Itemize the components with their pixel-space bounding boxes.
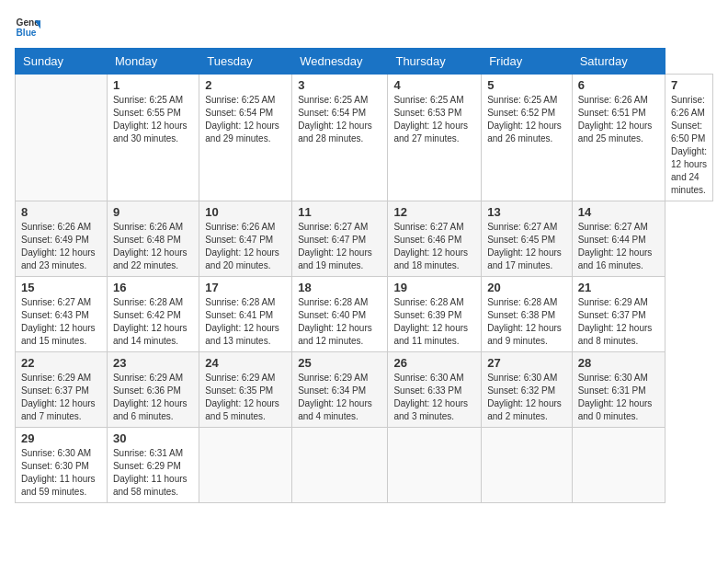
day-number: 27 bbox=[487, 356, 566, 370]
svg-text:Blue: Blue bbox=[17, 28, 37, 38]
day-number: 6 bbox=[578, 78, 659, 92]
calendar-cell: 12Sunrise: 6:27 AMSunset: 6:46 PMDayligh… bbox=[388, 201, 482, 277]
day-number: 9 bbox=[113, 205, 193, 219]
day-info: Sunrise: 6:27 AMSunset: 6:44 PMDaylight:… bbox=[578, 221, 659, 272]
calendar-cell: 14Sunrise: 6:27 AMSunset: 6:44 PMDayligh… bbox=[572, 201, 665, 277]
calendar-cell bbox=[199, 428, 292, 503]
day-info: Sunrise: 6:25 AMSunset: 6:52 PMDaylight:… bbox=[487, 94, 566, 145]
calendar-cell: 5Sunrise: 6:25 AMSunset: 6:52 PMDaylight… bbox=[482, 75, 573, 201]
day-number: 24 bbox=[205, 356, 286, 370]
day-number: 30 bbox=[113, 431, 193, 445]
day-info: Sunrise: 6:26 AMSunset: 6:47 PMDaylight:… bbox=[205, 221, 286, 272]
day-number: 3 bbox=[298, 78, 381, 92]
day-number: 12 bbox=[393, 205, 475, 219]
day-number: 23 bbox=[113, 356, 193, 370]
calendar-cell: 24Sunrise: 6:29 AMSunset: 6:35 PMDayligh… bbox=[199, 352, 292, 428]
header-cell-monday: Monday bbox=[107, 49, 199, 75]
day-info: Sunrise: 6:28 AMSunset: 6:39 PMDaylight:… bbox=[393, 296, 475, 348]
day-number: 2 bbox=[205, 78, 286, 92]
calendar-cell bbox=[572, 428, 665, 503]
day-info: Sunrise: 6:27 AMSunset: 6:43 PMDaylight:… bbox=[21, 296, 101, 348]
day-info: Sunrise: 6:28 AMSunset: 6:42 PMDaylight:… bbox=[113, 296, 193, 348]
day-info: Sunrise: 6:26 AMSunset: 6:49 PMDaylight:… bbox=[21, 221, 101, 272]
calendar-cell bbox=[482, 428, 573, 503]
day-info: Sunrise: 6:25 AMSunset: 6:54 PMDaylight:… bbox=[205, 94, 286, 145]
day-number: 11 bbox=[298, 205, 381, 219]
day-info: Sunrise: 6:25 AMSunset: 6:54 PMDaylight:… bbox=[298, 94, 381, 145]
day-info: Sunrise: 6:30 AMSunset: 6:30 PMDaylight:… bbox=[21, 447, 101, 499]
calendar-cell: 16Sunrise: 6:28 AMSunset: 6:42 PMDayligh… bbox=[107, 277, 199, 352]
day-number: 13 bbox=[487, 205, 566, 219]
calendar-cell: 28Sunrise: 6:30 AMSunset: 6:31 PMDayligh… bbox=[572, 352, 665, 428]
day-number: 15 bbox=[21, 281, 101, 294]
day-info: Sunrise: 6:29 AMSunset: 6:34 PMDaylight:… bbox=[298, 372, 381, 423]
calendar-cell: 13Sunrise: 6:27 AMSunset: 6:45 PMDayligh… bbox=[482, 201, 573, 277]
day-info: Sunrise: 6:27 AMSunset: 6:45 PMDaylight:… bbox=[487, 221, 566, 272]
calendar-cell: 20Sunrise: 6:28 AMSunset: 6:38 PMDayligh… bbox=[482, 277, 573, 352]
day-number: 29 bbox=[21, 431, 101, 445]
calendar-cell: 17Sunrise: 6:28 AMSunset: 6:41 PMDayligh… bbox=[199, 277, 292, 352]
calendar-cell: 18Sunrise: 6:28 AMSunset: 6:40 PMDayligh… bbox=[292, 277, 388, 352]
day-number: 4 bbox=[393, 78, 475, 92]
header-cell-wednesday: Wednesday bbox=[292, 49, 388, 75]
day-info: Sunrise: 6:28 AMSunset: 6:40 PMDaylight:… bbox=[298, 296, 381, 348]
day-number: 8 bbox=[21, 205, 101, 219]
calendar-cell bbox=[388, 428, 482, 503]
calendar-body: 1Sunrise: 6:25 AMSunset: 6:55 PMDaylight… bbox=[16, 75, 713, 503]
day-number: 25 bbox=[298, 356, 381, 370]
logo-icon: General Blue bbox=[15, 15, 40, 40]
calendar-cell: 21Sunrise: 6:29 AMSunset: 6:37 PMDayligh… bbox=[572, 277, 665, 352]
week-row-1: 1Sunrise: 6:25 AMSunset: 6:55 PMDaylight… bbox=[16, 75, 713, 201]
calendar-cell: 11Sunrise: 6:27 AMSunset: 6:47 PMDayligh… bbox=[292, 201, 388, 277]
day-info: Sunrise: 6:29 AMSunset: 6:35 PMDaylight:… bbox=[205, 372, 286, 423]
calendar-header: SundayMondayTuesdayWednesdayThursdayFrid… bbox=[16, 49, 713, 75]
day-number: 17 bbox=[205, 281, 286, 294]
calendar-cell: 23Sunrise: 6:29 AMSunset: 6:36 PMDayligh… bbox=[107, 352, 199, 428]
calendar-cell: 4Sunrise: 6:25 AMSunset: 6:53 PMDaylight… bbox=[388, 75, 482, 201]
header-row: SundayMondayTuesdayWednesdayThursdayFrid… bbox=[16, 49, 713, 75]
day-number: 18 bbox=[298, 281, 381, 294]
day-number: 26 bbox=[393, 356, 475, 370]
calendar-cell: 10Sunrise: 6:26 AMSunset: 6:47 PMDayligh… bbox=[199, 201, 292, 277]
calendar-table: SundayMondayTuesdayWednesdayThursdayFrid… bbox=[15, 48, 713, 503]
calendar-cell: 27Sunrise: 6:30 AMSunset: 6:32 PMDayligh… bbox=[482, 352, 573, 428]
page-header: General Blue bbox=[15, 15, 713, 40]
calendar-cell bbox=[16, 75, 108, 201]
calendar-cell: 29Sunrise: 6:30 AMSunset: 6:30 PMDayligh… bbox=[16, 428, 108, 503]
logo: General Blue bbox=[15, 15, 44, 40]
calendar-cell: 1Sunrise: 6:25 AMSunset: 6:55 PMDaylight… bbox=[107, 75, 199, 201]
day-info: Sunrise: 6:29 AMSunset: 6:37 PMDaylight:… bbox=[578, 296, 659, 348]
calendar-cell: 8Sunrise: 6:26 AMSunset: 6:49 PMDaylight… bbox=[16, 201, 108, 277]
day-number: 14 bbox=[578, 205, 659, 219]
day-info: Sunrise: 6:29 AMSunset: 6:37 PMDaylight:… bbox=[21, 372, 101, 423]
day-number: 16 bbox=[113, 281, 193, 294]
day-info: Sunrise: 6:26 AMSunset: 6:48 PMDaylight:… bbox=[113, 221, 193, 272]
calendar-cell: 2Sunrise: 6:25 AMSunset: 6:54 PMDaylight… bbox=[199, 75, 292, 201]
calendar-cell: 7Sunrise: 6:26 AMSunset: 6:50 PMDaylight… bbox=[665, 75, 713, 201]
calendar-cell: 15Sunrise: 6:27 AMSunset: 6:43 PMDayligh… bbox=[16, 277, 108, 352]
day-info: Sunrise: 6:28 AMSunset: 6:41 PMDaylight:… bbox=[205, 296, 286, 348]
week-row-5: 29Sunrise: 6:30 AMSunset: 6:30 PMDayligh… bbox=[16, 428, 713, 503]
day-number: 10 bbox=[205, 205, 286, 219]
day-info: Sunrise: 6:27 AMSunset: 6:46 PMDaylight:… bbox=[393, 221, 475, 272]
week-row-4: 22Sunrise: 6:29 AMSunset: 6:37 PMDayligh… bbox=[16, 352, 713, 428]
calendar-cell: 6Sunrise: 6:26 AMSunset: 6:51 PMDaylight… bbox=[572, 75, 665, 201]
day-info: Sunrise: 6:27 AMSunset: 6:47 PMDaylight:… bbox=[298, 221, 381, 272]
day-number: 1 bbox=[113, 78, 193, 92]
calendar-cell bbox=[292, 428, 388, 503]
day-number: 21 bbox=[578, 281, 659, 294]
header-cell-sunday: Sunday bbox=[16, 49, 108, 75]
calendar-cell: 9Sunrise: 6:26 AMSunset: 6:48 PMDaylight… bbox=[107, 201, 199, 277]
calendar-cell: 3Sunrise: 6:25 AMSunset: 6:54 PMDaylight… bbox=[292, 75, 388, 201]
day-info: Sunrise: 6:30 AMSunset: 6:31 PMDaylight:… bbox=[578, 372, 659, 423]
week-row-2: 8Sunrise: 6:26 AMSunset: 6:49 PMDaylight… bbox=[16, 201, 713, 277]
calendar-cell: 25Sunrise: 6:29 AMSunset: 6:34 PMDayligh… bbox=[292, 352, 388, 428]
day-info: Sunrise: 6:30 AMSunset: 6:32 PMDaylight:… bbox=[487, 372, 566, 423]
day-info: Sunrise: 6:26 AMSunset: 6:50 PMDaylight:… bbox=[671, 94, 707, 197]
header-cell-thursday: Thursday bbox=[388, 49, 482, 75]
day-info: Sunrise: 6:25 AMSunset: 6:53 PMDaylight:… bbox=[393, 94, 475, 145]
day-number: 5 bbox=[487, 78, 566, 92]
day-number: 7 bbox=[671, 78, 707, 92]
day-number: 28 bbox=[578, 356, 659, 370]
day-info: Sunrise: 6:29 AMSunset: 6:36 PMDaylight:… bbox=[113, 372, 193, 423]
